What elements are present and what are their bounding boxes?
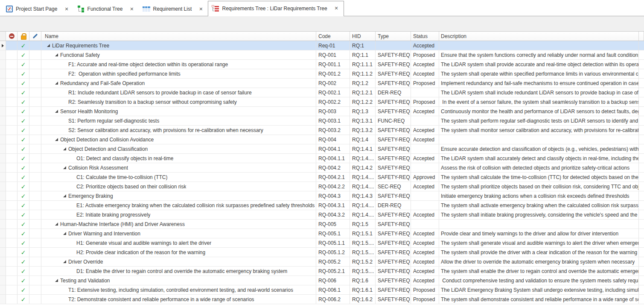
close-icon[interactable]: ✕: [335, 6, 338, 11]
lock-cell[interactable]: ✓: [17, 50, 29, 59]
hid-cell[interactable]: RQ:1.4....: [350, 182, 376, 191]
description-cell[interactable]: Ensure accurate detection and classifica…: [439, 144, 639, 153]
name-cell[interactable]: H1: Generate visual and audible warnings…: [41, 238, 316, 247]
description-cell[interactable]: The system shall operate within specifie…: [439, 69, 639, 78]
status-cell[interactable]: Proposed: [411, 79, 439, 88]
pencil-cell[interactable]: [29, 107, 41, 116]
lock-cell[interactable]: ✓: [17, 220, 29, 229]
expand-collapse-arrow[interactable]: [61, 232, 68, 235]
lock-cell[interactable]: ✓: [17, 154, 29, 163]
table-row[interactable]: ✓O1: Detect and classify objects in real…: [0, 154, 644, 163]
table-row[interactable]: ✓Redundancy and Fail-Safe OperationRQ-00…: [0, 79, 644, 88]
pencil-cell[interactable]: [29, 210, 41, 219]
expand-collapse-arrow[interactable]: [52, 82, 60, 85]
hid-cell[interactable]: RQ:1.4....: [350, 201, 376, 210]
description-cell[interactable]: In the event of a sensor failure, the sy…: [439, 97, 639, 106]
description-cell[interactable]: Provide clear and timely warnings to the…: [439, 229, 639, 238]
code-cell[interactable]: RQ-004.2.2: [316, 182, 350, 191]
name-cell[interactable]: Testing and Validation: [41, 276, 316, 285]
status-cell[interactable]: Accepted: [411, 154, 439, 163]
lock-cell[interactable]: ✓: [17, 267, 29, 276]
type-column-header[interactable]: Type: [376, 32, 411, 41]
code-cell[interactable]: RQ-001.2: [316, 69, 350, 78]
row-selector-cell[interactable]: [0, 238, 6, 247]
hid-cell[interactable]: RQ:1.4.1: [350, 144, 376, 153]
no-entry-column-header[interactable]: [6, 32, 17, 41]
pencil-cell[interactable]: [29, 229, 41, 238]
table-row[interactable]: ✓R2: Seamlessly transition to a backup s…: [0, 97, 644, 107]
table-row[interactable]: ✓T1: Extensive testing, including simula…: [0, 285, 644, 295]
flag-cell[interactable]: [6, 116, 17, 125]
name-cell[interactable]: E1: Activate emergency braking when the …: [41, 201, 316, 210]
hid-cell[interactable]: RQ:1.3.1: [350, 116, 376, 125]
flag-cell[interactable]: [6, 229, 17, 238]
status-cell[interactable]: Accepted: [411, 41, 439, 50]
description-cell[interactable]: The LiDAR system shall include redundant…: [439, 88, 639, 97]
hid-cell[interactable]: RQ:1.4.2: [350, 163, 376, 172]
name-cell[interactable]: LiDar Requirements Tree: [41, 41, 316, 50]
name-cell[interactable]: Driver Warning and Intervention: [41, 229, 316, 238]
code-cell[interactable]: RQ-004.3: [316, 191, 350, 200]
pencil-cell[interactable]: [29, 238, 41, 247]
pencil-cell[interactable]: [29, 248, 41, 257]
flag-cell[interactable]: [6, 97, 17, 106]
row-selector-cell[interactable]: [0, 285, 6, 294]
description-cell[interactable]: The system shall calculate the time-to-c…: [439, 173, 639, 182]
code-cell[interactable]: RQ-005.1: [316, 229, 350, 238]
row-selector-cell[interactable]: [0, 116, 6, 125]
hid-cell[interactable]: RQ:1.5.1: [350, 229, 376, 238]
hid-cell[interactable]: RQ:1.6.1: [350, 285, 376, 294]
lock-cell[interactable]: ✓: [17, 60, 29, 69]
pencil-cell[interactable]: [29, 182, 41, 191]
description-cell[interactable]: The system shall demonstrate consistent …: [439, 295, 639, 304]
description-cell[interactable]: Conduct comprehensive testing and valida…: [439, 276, 639, 285]
table-row[interactable]: ✓F2: Operation within specified performa…: [0, 69, 644, 79]
hid-cell[interactable]: RQ:1.5....: [350, 248, 376, 257]
code-cell[interactable]: RQ-004.3.2: [316, 210, 350, 219]
code-cell[interactable]: RQ-006.1: [316, 285, 350, 294]
status-cell[interactable]: [411, 144, 439, 153]
flag-cell[interactable]: [6, 88, 17, 97]
status-column-header[interactable]: Status: [411, 32, 439, 41]
status-cell[interactable]: Accepted: [411, 248, 439, 257]
description-cell[interactable]: Implement redundancy and fail-safe mecha…: [439, 79, 639, 88]
hid-cell[interactable]: RQ:1.2.1: [350, 88, 376, 97]
expand-collapse-arrow[interactable]: [52, 138, 60, 141]
row-selector-cell[interactable]: [0, 276, 6, 285]
row-selector-cell[interactable]: [0, 182, 6, 191]
description-column-header[interactable]: Description: [439, 32, 639, 41]
lock-cell[interactable]: ✓: [17, 126, 29, 135]
code-cell[interactable]: RQ-004.1.1: [316, 154, 350, 163]
code-cell[interactable]: RQ-005.2: [316, 257, 350, 266]
name-cell[interactable]: Emergency Braking: [41, 191, 316, 200]
pencil-cell[interactable]: [29, 97, 41, 106]
description-cell[interactable]: The system shall provide the driver with…: [439, 248, 639, 257]
code-cell[interactable]: RQ-005.1.2: [316, 248, 350, 257]
type-cell[interactable]: SAFETY-REQ: [376, 257, 411, 266]
hid-cell[interactable]: RQ:1.4: [350, 135, 376, 144]
hid-cell[interactable]: RQ:1.4....: [350, 210, 376, 219]
tab-project-start-page[interactable]: Project Start Page ✕: [3, 2, 74, 16]
status-cell[interactable]: Accepted: [411, 60, 439, 69]
expand-collapse-arrow[interactable]: [61, 147, 68, 150]
status-cell[interactable]: Accepted: [411, 276, 439, 285]
type-cell[interactable]: SAFETY-REQ: [376, 285, 411, 294]
status-cell[interactable]: Accepted: [411, 69, 439, 78]
name-cell[interactable]: R2: Seamlessly transition to a backup se…: [41, 97, 316, 106]
pencil-cell[interactable]: [29, 201, 41, 210]
type-cell[interactable]: SAFETY-REQ: [376, 50, 411, 59]
lock-cell[interactable]: ✓: [17, 285, 29, 294]
row-selector-cell[interactable]: [0, 220, 6, 229]
name-cell[interactable]: O1: Detect and classify objects in real-…: [41, 154, 316, 163]
hid-cell[interactable]: RQ:1.5.2: [350, 257, 376, 266]
type-cell[interactable]: SAFETY-REQ: [376, 154, 411, 163]
description-cell[interactable]: Assess the risk of collision with detect…: [439, 163, 639, 172]
status-cell[interactable]: [411, 88, 439, 97]
table-row[interactable]: ✓Functional SafetyRQ-001RQ:1.1SAFETY-REQ…: [0, 50, 644, 60]
lock-cell[interactable]: ✓: [17, 173, 29, 182]
table-row[interactable]: ✓F1: Accurate and real-time object detec…: [0, 60, 644, 69]
description-cell[interactable]: [439, 220, 639, 229]
expand-collapse-arrow[interactable]: [52, 110, 60, 113]
pencil-cell[interactable]: [29, 116, 41, 125]
status-cell[interactable]: Accepted: [411, 182, 439, 191]
